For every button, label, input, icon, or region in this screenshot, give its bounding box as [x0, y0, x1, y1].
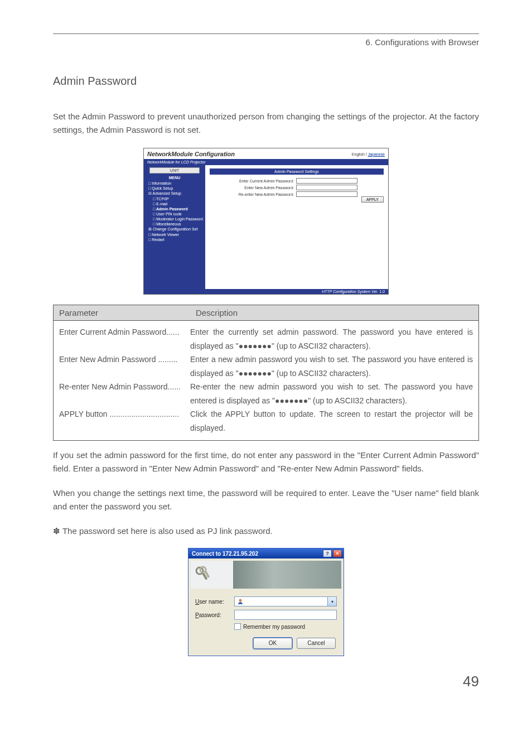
after-table-paragraph: If you set the admin password for the fi…	[53, 449, 479, 475]
config-content-title: Admin Password Settings	[210, 168, 384, 175]
page-number: 49	[0, 673, 532, 690]
menu-user-pincode[interactable]: □ User PIN code	[153, 211, 203, 216]
param-description: Enter the currently set admin password. …	[190, 325, 473, 353]
table-row: Enter Current Admin Password......Enter …	[59, 325, 473, 353]
config-title: NetworkModule Configuration	[147, 151, 235, 157]
label-enter-new: Enter New Admin Password:	[210, 186, 296, 190]
username-label: User name:	[195, 599, 234, 605]
chapter-title: 6. Configurations with Browser	[53, 37, 479, 47]
auth-title: Connect to 172.21.95.202	[192, 551, 258, 557]
menu-admin-password[interactable]: □ Admin Password	[153, 206, 203, 211]
param-name: Enter New Admin Password .........	[59, 353, 190, 380]
help-button[interactable]: ?	[323, 550, 332, 557]
intro-paragraph: Set the Admin Password to prevent unauth…	[53, 110, 479, 137]
menu-advanced-setup[interactable]: ⊟ Advanced Setup	[148, 191, 203, 196]
label-reenter-new: Re-enter New Admin Password:	[210, 192, 296, 196]
parameter-table: Parameter Description Enter Current Admi…	[53, 305, 479, 441]
close-button[interactable]: ×	[333, 550, 342, 557]
config-footer: HTTP Configuration System Ver. 1.0	[144, 289, 388, 294]
table-row: APPLY button ...........................…	[59, 407, 473, 435]
config-screenshot: NetworkModule Configuration English / Ja…	[143, 148, 389, 295]
auth-dialog: Connect to 172.21.95.202 ? × User name:	[188, 548, 344, 656]
ok-button[interactable]: OK	[253, 638, 292, 649]
menu-quick-setup[interactable]: □ Quick Setup	[148, 186, 203, 191]
unit-button[interactable]: UNIT	[149, 167, 200, 174]
menu-tcpip[interactable]: □ TCP/IP	[153, 196, 203, 201]
menu-information[interactable]: □ Information	[148, 181, 203, 186]
param-name: Enter Current Admin Password......	[59, 325, 190, 353]
next-time-paragraph: When you change the settings next time, …	[53, 487, 479, 513]
param-description: Click the APPLY button to update. The sc…	[190, 407, 473, 435]
input-enter-new[interactable]	[296, 185, 357, 190]
lang-english[interactable]: English	[352, 152, 365, 156]
header-rule	[53, 33, 479, 34]
auth-titlebar: Connect to 172.21.95.202 ? ×	[188, 548, 344, 558]
table-header-row: Parameter Description	[54, 305, 478, 321]
table-row: Enter New Admin Password .........Enter …	[59, 353, 473, 380]
menu-moderator-login[interactable]: □ Moderator Login Password	[153, 216, 203, 221]
menu-restart[interactable]: □ Restart	[148, 237, 203, 242]
language-switch: English / Japanese	[352, 152, 385, 156]
param-description: Enter a new admin password you wish to s…	[190, 353, 473, 380]
table-row: Re-enter New Admin Password......Re-ente…	[59, 380, 473, 407]
username-field[interactable]: ▾	[234, 596, 337, 606]
input-reenter-new[interactable]	[296, 191, 357, 197]
th-description: Description	[190, 305, 243, 320]
menu-change-config[interactable]: ⊞ Change Configuration Set	[148, 227, 203, 232]
param-name: APPLY button ...........................…	[59, 407, 190, 435]
remember-checkbox[interactable]	[234, 623, 241, 630]
pjlink-note: ✽ The password set here is also used as …	[53, 524, 479, 538]
param-name: Re-enter New Admin Password......	[59, 380, 190, 407]
label-enter-current: Enter Current Admin Password:	[210, 179, 296, 183]
config-content: Admin Password Settings Enter Current Ad…	[205, 165, 388, 289]
user-icon	[237, 598, 244, 605]
password-label: Password:	[195, 612, 234, 618]
config-subtitle: NetworkModule for LCD Projector	[144, 159, 388, 165]
param-description: Re-enter the new admin password you wish…	[190, 380, 473, 407]
auth-banner	[191, 561, 341, 589]
cancel-button[interactable]: Cancel	[297, 638, 336, 649]
password-field[interactable]	[234, 610, 337, 620]
input-enter-current[interactable]	[296, 178, 357, 184]
keys-icon	[194, 565, 213, 584]
th-parameter: Parameter	[54, 305, 190, 320]
lang-japanese-link[interactable]: Japanese	[368, 152, 385, 156]
menu-email[interactable]: □ E-mail	[153, 201, 203, 206]
menu-miscellaneous[interactable]: □ Miscellaneous	[153, 221, 203, 227]
config-sidebar: UNIT MENU □ Information □ Quick Setup ⊟ …	[144, 165, 205, 289]
chevron-down-icon[interactable]: ▾	[327, 597, 336, 606]
remember-label: Remember my password	[243, 624, 305, 630]
section-title: Admin Password	[53, 75, 479, 88]
apply-button[interactable]: APPLY	[361, 196, 384, 203]
menu-heading: MENU	[144, 175, 205, 181]
svg-point-4	[239, 599, 242, 602]
menu-network-viewer[interactable]: □ Network Viewer	[148, 232, 203, 237]
